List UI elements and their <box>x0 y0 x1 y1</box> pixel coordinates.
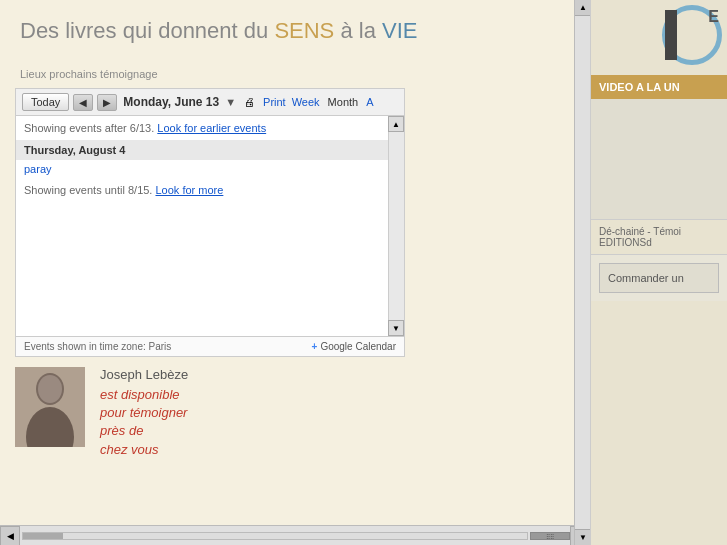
prev-button[interactable]: ◀ <box>73 94 93 111</box>
calendar-footer: Events shown in time zone: Paris + Googl… <box>16 336 404 356</box>
tagline-middle: à la <box>334 18 382 43</box>
timezone-label: Events shown in time zone: Paris <box>24 341 171 352</box>
calendar-date-label: Monday, June 13 <box>123 95 219 109</box>
calendar-toolbar: Today ◀ ▶ Monday, June 13 ▼ 🖨 Print Week… <box>16 89 404 116</box>
right-sidebar: E VIDEO A LA UN Dé-chainé - Témoi EDITIO… <box>590 0 727 545</box>
main-content: Des livres qui donnent du SENS à la VIE … <box>0 0 590 545</box>
calendar-info-after: Showing events until 8/15. Look for more <box>16 178 388 202</box>
calendar-scroll-down[interactable]: ▼ <box>388 320 404 336</box>
book-line2: EDITIONSd <box>599 237 719 248</box>
book-info: Dé-chainé - Témoi EDITIONSd <box>591 219 727 254</box>
print-icon: 🖨 <box>244 96 255 108</box>
calendar-day-header: Thursday, August 4 <box>16 140 388 160</box>
section-label: Lieux prochains témoignage <box>0 64 590 84</box>
next-button[interactable]: ▶ <box>97 94 117 111</box>
person-name: Joseph Lebèze <box>100 367 188 382</box>
person-description: est disponible pour témoigner près de ch… <box>100 386 188 459</box>
earlier-events-link[interactable]: Look for earlier events <box>157 122 266 134</box>
calendar-body: Showing events after 6/13. Look for earl… <box>16 116 404 336</box>
look-for-more-link[interactable]: Look for more <box>155 184 223 196</box>
gcal-label: Google Calendar <box>320 341 396 352</box>
tagline: Des livres qui donnent du SENS à la VIE <box>0 0 590 54</box>
print-button[interactable]: Print <box>263 96 286 108</box>
google-calendar-badge: + Google Calendar <box>312 341 396 352</box>
logo-bar <box>665 10 677 60</box>
calendar-widget: Today ◀ ▶ Monday, June 13 ▼ 🖨 Print Week… <box>15 88 405 357</box>
date-dropdown-icon[interactable]: ▼ <box>225 96 236 108</box>
page-wrapper: Des livres qui donnent du SENS à la VIE … <box>0 0 727 545</box>
calendar-scroll-area[interactable]: Showing events after 6/13. Look for earl… <box>16 116 404 336</box>
scroll-track[interactable] <box>22 532 528 540</box>
today-button[interactable]: Today <box>22 93 69 111</box>
person-photo-inner <box>15 367 85 447</box>
right-scroll-down-button[interactable]: ▼ <box>575 529 591 545</box>
right-scroll-up-button[interactable]: ▲ <box>575 0 591 16</box>
scroll-thumb-dots: ⠿⠿ <box>530 532 570 540</box>
person-info: Joseph Lebèze est disponible pour témoig… <box>100 367 188 459</box>
month-view-button[interactable]: Month <box>326 96 361 108</box>
week-view-button[interactable]: Week <box>290 96 322 108</box>
commander-section: Commander un <box>591 255 727 301</box>
calendar-scrollbar: ▲ ▼ <box>388 116 404 336</box>
person-photo <box>15 367 85 447</box>
tagline-sens: SENS <box>274 18 334 43</box>
tagline-before: Des livres qui donnent du <box>20 18 274 43</box>
calendar-event[interactable]: paray <box>16 160 388 178</box>
video-area <box>591 99 727 219</box>
gcal-plus-icon: + <box>312 341 318 352</box>
calendar-scroll-up[interactable]: ▲ <box>388 116 404 132</box>
scroll-thumb <box>23 533 63 539</box>
calendar-info-before: Showing events after 6/13. Look for earl… <box>16 116 388 140</box>
scroll-left-button[interactable]: ◀ <box>0 526 20 546</box>
right-scrollbar: ▲ ▼ <box>574 0 590 545</box>
tagline-vie: VIE <box>382 18 417 43</box>
agenda-view-button[interactable]: A <box>364 96 375 108</box>
person-section: Joseph Lebèze est disponible pour témoig… <box>15 367 575 459</box>
logo-e-letter: E <box>708 8 719 26</box>
book-line1: Dé-chainé - Témoi <box>599 226 719 237</box>
commander-button[interactable]: Commander un <box>599 263 719 293</box>
video-section-header: VIDEO A LA UN <box>591 75 727 99</box>
svg-point-3 <box>38 375 62 403</box>
person-silhouette <box>15 367 85 447</box>
bottom-scrollbar: ◀ ⠿⠿ ▶ <box>0 525 590 545</box>
logo-area: E <box>591 0 727 75</box>
